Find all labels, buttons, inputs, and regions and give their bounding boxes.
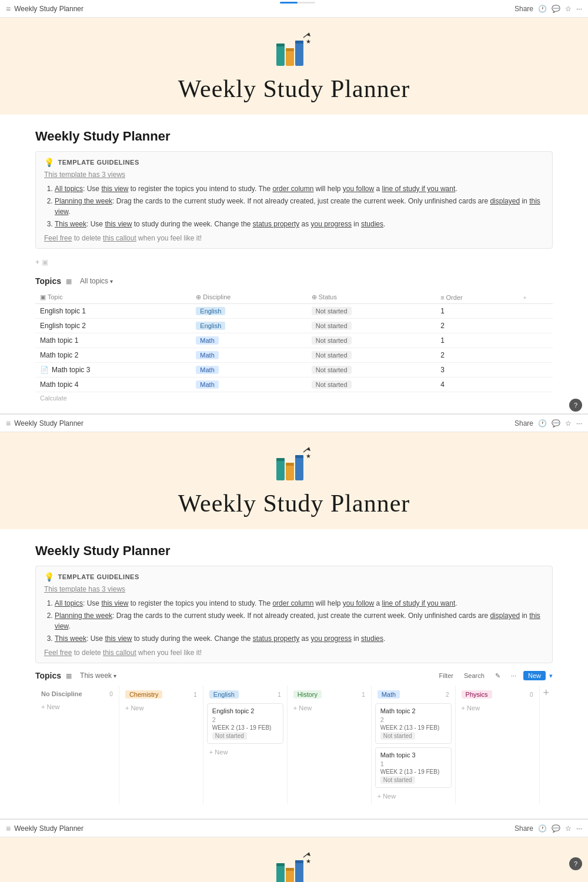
kanban-card[interactable]: Math topic 2 2 WEEK 2 (13 - 19 FEB) Not … [375, 703, 452, 744]
kanban-col-label: English [209, 690, 239, 699]
share-button-2[interactable]: Share [514, 419, 533, 427]
status-cell: Not started [307, 304, 436, 319]
svg-rect-10 [276, 458, 285, 461]
kanban-card-title: Math topic 3 [380, 751, 446, 759]
new-btn[interactable]: New [523, 671, 546, 680]
kanban-card[interactable]: Math topic 3 1 WEEK 2 (13 - 19 FEB) Not … [375, 747, 452, 788]
hero-banner: ★ Weekly Study Planner [0, 18, 588, 115]
callout-1: 💡 TEMPLATE GUIDELINES This template has … [35, 151, 553, 249]
kanban-card-num: 2 [380, 716, 446, 723]
hero-banner-2: ★ Weekly Study Planner [0, 432, 588, 529]
nav-menu-icon-2[interactable]: ≡ [6, 419, 11, 428]
panel-1: Weekly Study Planner 💡 TEMPLATE GUIDELIN… [0, 115, 588, 414]
kanban-add-btn[interactable]: + New [39, 702, 115, 711]
nav-comment-icon-3[interactable]: 💬 [552, 824, 560, 833]
kanban-card-status: Not started [380, 776, 415, 784]
callout-item-2-1: All topics: Use this view to register th… [55, 598, 544, 609]
kanban-column: English1 English topic 2 2 WEEK 2 (13 - … [203, 686, 288, 804]
all-topics-btn[interactable]: All topics ▾ [76, 276, 116, 286]
nav-bar: ≡ Weekly Study Planner Share 🕐 💬 ☆ ··· [0, 0, 588, 882]
col-status[interactable]: ⊕Status [307, 291, 436, 304]
order-cell: 2 [436, 348, 518, 363]
nav-comment-icon-2[interactable]: 💬 [552, 419, 560, 427]
share-button[interactable]: Share [514, 5, 533, 13]
status-cell: Not started [307, 377, 436, 392]
kanban-col-label: Chemistry [125, 690, 163, 699]
svg-rect-3 [286, 48, 294, 51]
kanban-col-count: 2 [446, 691, 449, 698]
nav-clock-icon[interactable]: 🕐 [538, 5, 547, 13]
table-row[interactable]: English topic 2EnglishNot started2 [35, 319, 553, 333]
topic-cell: English topic 2 [35, 319, 191, 333]
order-cell: 2 [436, 319, 518, 333]
topic-cell: English topic 1 [35, 304, 191, 319]
help-button-2[interactable]: ? [569, 399, 582, 412]
callout-list-2: All topics: Use this view to register th… [44, 598, 544, 644]
svg-rect-22 [295, 860, 303, 882]
callout-header-text: TEMPLATE GUIDELINES [58, 159, 139, 166]
svg-rect-0 [276, 44, 285, 66]
kanban-add-btn[interactable]: + New [459, 703, 536, 713]
nav-more-icon-3[interactable]: ··· [576, 824, 582, 833]
kanban-col-count: 1 [193, 691, 197, 698]
table-row[interactable]: Math topic 1MathNot started1 [35, 333, 553, 348]
col-topic[interactable]: ▣Topic [35, 291, 191, 304]
nav-title-2: Weekly Study Planner [14, 419, 83, 427]
nav-comment-icon[interactable]: 💬 [552, 5, 560, 13]
new-chevron[interactable]: ▾ [549, 672, 553, 680]
callout-link[interactable]: This template has 3 views [44, 171, 544, 179]
col-add[interactable]: + [518, 291, 553, 304]
kanban-column: Chemistry1+ New [119, 686, 203, 804]
db-view-icon: ▦ [66, 278, 72, 285]
col-order[interactable]: ≡Order [436, 291, 518, 304]
discipline-cell: Math [191, 348, 306, 363]
calculate-btn-1[interactable]: Calculate [35, 392, 553, 404]
edit-btn[interactable]: ··· [507, 671, 520, 680]
table-row[interactable]: English topic 1EnglishNot started1 [35, 304, 553, 319]
kanban-add-btn[interactable]: + New [375, 791, 452, 801]
kanban-card-status: Not started [212, 732, 247, 740]
table-row[interactable]: Math topic 2MathNot started2 [35, 348, 553, 363]
nav-star-icon-3[interactable]: ☆ [565, 824, 572, 833]
help-button[interactable]: ? [569, 857, 582, 870]
nav-star-icon[interactable]: ☆ [565, 5, 572, 13]
hero-books-icon-3: ★ [270, 851, 318, 882]
search-btn[interactable]: Search [460, 671, 488, 680]
kanban-col-count: 1 [362, 691, 365, 698]
nav-more-icon[interactable]: ··· [576, 5, 582, 13]
order-cell: 4 [436, 377, 518, 392]
filter-btn[interactable]: Filter [436, 671, 457, 680]
this-week-btn[interactable]: This week ▾ [76, 670, 120, 681]
callout-header-text-2: TEMPLATE GUIDELINES [58, 573, 139, 580]
nav-menu-icon-3[interactable]: ≡ [6, 824, 11, 833]
kanban-card-week: WEEK 2 (13 - 19 FEB) [380, 769, 446, 775]
kanban-add-btn[interactable]: + New [207, 747, 283, 757]
discipline-cell: Math [191, 377, 306, 392]
hero-books-icon-2: ★ [270, 446, 318, 489]
kanban-card-num: 2 [212, 716, 278, 723]
kanban-add-btn[interactable]: + New [123, 703, 199, 713]
kanban-card[interactable]: English topic 2 2 WEEK 2 (13 - 19 FEB) N… [207, 703, 283, 744]
discipline-cell: Math [191, 333, 306, 348]
table-row[interactable]: Math topic 4MathNot started4 [35, 377, 553, 392]
table-row[interactable]: 📄Math topic 3MathNot started3 [35, 363, 553, 377]
sort-btn[interactable]: ✎ [492, 671, 504, 681]
callout-link-2[interactable]: This template has 3 views [44, 585, 544, 593]
share-button-3[interactable]: Share [514, 824, 533, 833]
kanban-column: No Discipline0+ New [35, 686, 119, 804]
panel-2-title: Weekly Study Planner [35, 543, 553, 559]
add-block-row[interactable]: + ▣ [35, 256, 553, 269]
col-discipline[interactable]: ⊕Discipline [191, 291, 306, 304]
callout-item-2-3: This week: Use this view to study during… [55, 633, 544, 644]
nav-star-icon-2[interactable]: ☆ [565, 419, 572, 427]
nav-clock-icon-3[interactable]: 🕐 [538, 824, 547, 833]
nav-more-icon-2[interactable]: ··· [576, 419, 582, 427]
nav-menu-icon[interactable]: ≡ [6, 4, 11, 14]
svg-rect-21 [286, 868, 294, 871]
nav-clock-icon-2[interactable]: 🕐 [538, 419, 547, 427]
svg-text:★: ★ [306, 858, 311, 864]
kanban-add-btn[interactable]: + New [291, 703, 368, 713]
discipline-cell: English [191, 319, 306, 333]
kanban-add-col[interactable]: + [540, 686, 553, 804]
db-header-1: Topics ▦ All topics ▾ [35, 276, 553, 286]
